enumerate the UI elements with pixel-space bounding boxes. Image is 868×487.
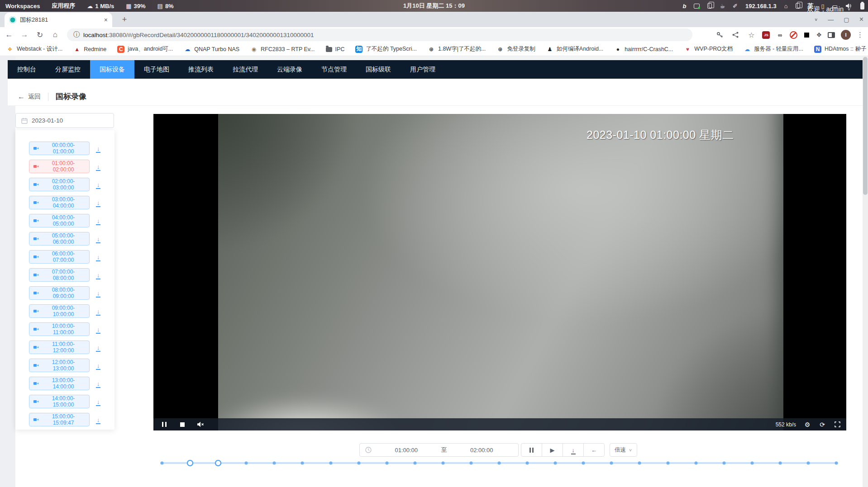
home-tray-icon[interactable]: ⌂ — [784, 3, 788, 9]
segment-download-button[interactable]: ↓ — [95, 326, 101, 333]
timeline-range-handle[interactable] — [215, 460, 221, 466]
bookmark-item[interactable]: ♥ WVP-PRO文档 — [684, 45, 733, 53]
address-bar[interactable]: ⓘ localhost:38080/#/gbRecordDetail/34020… — [67, 28, 692, 41]
screenshot-tray-icon[interactable] — [694, 4, 700, 9]
date-picker-input[interactable]: 2023-01-10 — [15, 113, 114, 128]
segment-download-button[interactable]: ↓ — [95, 344, 101, 351]
timeline-hour-dot[interactable] — [413, 462, 416, 465]
timeline-hour-dot[interactable] — [273, 462, 276, 465]
timeline-hour-dot[interactable] — [357, 462, 360, 465]
timeline-hour-dot[interactable] — [329, 462, 332, 465]
player-mute-icon[interactable] — [197, 421, 204, 428]
player-fullscreen-icon[interactable] — [834, 421, 841, 428]
coffee-tray-icon[interactable]: ☕ — [720, 3, 725, 9]
new-tab-button[interactable]: + — [119, 14, 130, 25]
bookmark-item[interactable]: ⊕ 免登录复制 — [496, 45, 535, 53]
extension-dark-square-icon[interactable] — [803, 32, 810, 38]
site-info-icon[interactable]: ⓘ — [73, 31, 80, 39]
record-segment-button[interactable]: 00:00:00-01:00:00 — [29, 142, 90, 155]
share-icon[interactable] — [730, 30, 740, 40]
player-reload-icon[interactable]: ⟳ — [819, 421, 826, 428]
timeline-range-handle[interactable] — [187, 460, 193, 466]
bookmarks-overflow-chevron[interactable]: » — [855, 46, 859, 53]
segment-download-button[interactable]: ↓ — [95, 145, 101, 152]
timeline-hour-dot[interactable] — [582, 462, 585, 465]
bookmark-item[interactable]: ☁ QNAP Turbo NAS — [184, 46, 239, 53]
bookmark-item[interactable]: ◉ RFC2833 – RTP Ev... — [250, 46, 315, 53]
ip-address-indicator[interactable]: 192.168.1.3 — [745, 3, 777, 9]
timeline-hour-dot[interactable] — [441, 462, 444, 465]
nav-item[interactable]: 推流列表 — [179, 60, 223, 79]
timeline-hour-dot[interactable] — [245, 462, 248, 465]
nav-item[interactable]: 分屏监控 — [46, 60, 90, 79]
nav-item[interactable]: 国标级联 — [356, 60, 401, 79]
bookmark-item[interactable]: N HDAtmos :: 种子 *... — [814, 45, 868, 53]
video-player[interactable]: 2023-01-10 01:00:00 星期二 552 kb/s ⚙ ⟳ — [153, 114, 846, 430]
workspace-switcher-icon[interactable] — [796, 3, 800, 9]
bookmark-item[interactable]: C java、android可... — [117, 45, 173, 53]
segment-download-button[interactable]: ↓ — [95, 380, 101, 387]
player-settings-gear-icon[interactable]: ⚙ — [804, 421, 811, 428]
record-segment-button[interactable]: 10:00:00-11:00:00 — [29, 322, 90, 336]
bookmark-item[interactable]: ☁ 服务器 - 轻量应用... — [744, 45, 803, 53]
segment-download-button[interactable]: ↓ — [95, 398, 101, 405]
segment-download-button[interactable]: ↓ — [95, 308, 101, 315]
record-segment-button[interactable]: 05:00:00-06:00:00 — [29, 232, 90, 246]
extension-incognito-icon[interactable]: ∞ — [776, 32, 784, 38]
timeline-hour-dot[interactable] — [778, 462, 782, 465]
tab-close-icon[interactable]: × — [104, 16, 108, 24]
browser-home-icon[interactable]: ⌂ — [49, 28, 62, 41]
page-scrollbar[interactable] — [863, 56, 868, 487]
color-picker-tray-icon[interactable]: ✐ — [733, 3, 738, 9]
record-segment-button[interactable]: 12:00:00-13:00:00 — [29, 359, 90, 372]
extension-js-icon[interactable]: JS — [762, 31, 770, 39]
segment-download-button[interactable]: ↓ — [95, 272, 101, 279]
browser-forward-icon[interactable]: → — [18, 28, 31, 41]
segment-download-button[interactable]: ↓ — [95, 362, 101, 369]
applications-button[interactable]: 应用程序 — [52, 2, 75, 10]
timeline-hour-dot[interactable] — [610, 462, 613, 465]
timeline-hour-dot[interactable] — [385, 462, 388, 465]
bookmark-item[interactable]: 知 了不起的 TypeScri... — [355, 45, 417, 53]
nav-item[interactable]: 国标设备 — [90, 60, 134, 79]
segment-download-button[interactable]: ↓ — [95, 199, 101, 206]
segment-download-button[interactable]: ↓ — [95, 181, 101, 188]
bookmark-star-icon[interactable]: ☆ — [746, 30, 756, 40]
timeline-hour-dot[interactable] — [835, 462, 838, 465]
nav-item[interactable]: 节点管理 — [312, 60, 356, 79]
segment-download-button[interactable]: ↓ — [95, 236, 101, 242]
bookmark-item[interactable]: ▲ Redmine — [73, 46, 106, 53]
window-close-icon[interactable]: × — [859, 15, 863, 24]
timeline-hour-dot[interactable] — [526, 462, 529, 465]
record-segment-button[interactable]: 09:00:00-10:00:00 — [29, 304, 90, 318]
profile-avatar[interactable]: I — [841, 30, 851, 40]
segment-download-button[interactable]: ↓ — [95, 254, 101, 260]
record-segment-button[interactable]: 15:00:00-15:09:47 — [29, 413, 90, 426]
segment-download-button[interactable]: ↓ — [95, 217, 101, 224]
scrollbar-thumb[interactable] — [863, 57, 868, 195]
user-menu[interactable]: 欢迎，admin ∨ — [807, 0, 851, 19]
timeline-hour-dot[interactable] — [638, 462, 641, 465]
record-segment-button[interactable]: 02:00:00-03:00:00 — [29, 178, 90, 191]
record-segment-button[interactable]: 13:00:00-14:00:00 — [29, 377, 90, 390]
timeline-hour-dot[interactable] — [301, 462, 304, 465]
bookmark-item[interactable]: ♟ 如何编译Android... — [546, 45, 604, 53]
passwords-key-icon[interactable] — [715, 30, 725, 40]
bookmark-item[interactable]: ❖ Webstack - 设计... — [6, 45, 62, 53]
clipboard-tray-icon[interactable] — [707, 3, 712, 9]
timeline-hour-dot[interactable] — [722, 462, 725, 465]
extensions-puzzle-icon[interactable]: ❖ — [816, 31, 822, 38]
record-segment-button[interactable]: 06:00:00-07:00:00 — [29, 250, 90, 264]
record-segment-button[interactable]: 11:00:00-12:00:00 — [29, 340, 90, 354]
nav-item[interactable]: 云端录像 — [267, 60, 312, 79]
extension-blocker-icon[interactable] — [790, 31, 797, 39]
timeline-hour-dot[interactable] — [161, 462, 164, 465]
nav-item[interactable]: 电子地图 — [134, 60, 179, 79]
bing-tray-icon[interactable]: b — [682, 3, 686, 9]
bookmark-item[interactable]: IPC — [326, 46, 345, 52]
timeline-hour-dot[interactable] — [498, 462, 501, 465]
record-segment-button[interactable]: 01:00:00-02:00:00 — [29, 160, 90, 173]
record-segment-button[interactable]: 08:00:00-09:00:00 — [29, 286, 90, 300]
segment-download-button[interactable]: ↓ — [95, 163, 101, 170]
segment-download-button[interactable]: ↓ — [95, 416, 101, 423]
